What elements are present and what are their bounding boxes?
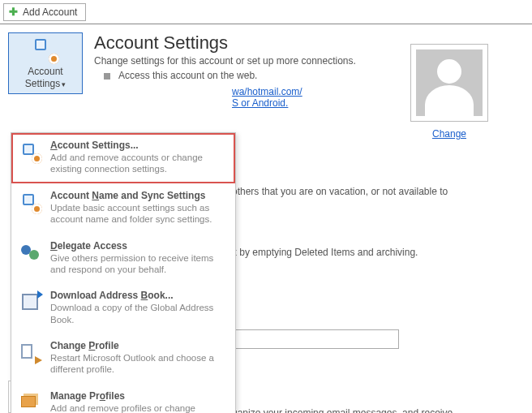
menu-item-title: Change Profile xyxy=(50,340,227,351)
account-settings-dropdown-button[interactable]: Account Settings▾ xyxy=(8,32,83,94)
menu-item-download-address-book[interactable]: Download Address Book... Download a copy… xyxy=(11,283,235,333)
mailbox-size-box xyxy=(232,329,399,349)
rules-text-fragment: ganize your incoming email messages, and… xyxy=(232,407,522,413)
address-book-icon xyxy=(19,291,42,314)
account-settings-menu: Account Settings... Add and remove accou… xyxy=(11,132,236,413)
vacation-text-fragment: others that you are on vacation, or not … xyxy=(232,185,516,199)
change-photo-link[interactable]: Change xyxy=(432,128,466,140)
menu-item-account-settings[interactable]: Account Settings... Add and remove accou… xyxy=(11,133,235,183)
avatar-frame xyxy=(410,44,488,122)
menu-item-title: Download Address Book... xyxy=(50,290,227,301)
name-sync-icon xyxy=(19,191,42,214)
menu-item-title: Manage Profiles xyxy=(50,390,227,402)
topbar: ✚ Add Account xyxy=(0,0,532,24)
menu-item-desc: Give others permission to receive items … xyxy=(50,252,227,276)
menu-item-name-sync[interactable]: Account Name and Sync Settings Update ba… xyxy=(11,183,235,234)
mobile-link[interactable]: S or Android. xyxy=(232,97,288,109)
account-settings-icon xyxy=(32,37,59,64)
account-settings-icon xyxy=(19,141,42,164)
bullet-icon xyxy=(104,73,110,80)
add-account-button[interactable]: ✚ Add Account xyxy=(3,3,86,21)
menu-item-desc: Add and remove profiles or change existi… xyxy=(50,402,227,413)
avatar-placeholder-icon xyxy=(416,49,483,116)
menu-item-desc: Add and remove accounts or change existi… xyxy=(50,152,227,175)
menu-item-delegate-access[interactable]: Delegate Access Give others permission t… xyxy=(11,234,235,284)
menu-item-desc: Update basic account settings such as ac… xyxy=(50,202,227,226)
owa-link[interactable]: wa/hotmail.com/ xyxy=(232,86,302,97)
add-account-label: Add Account xyxy=(23,6,77,18)
chevron-down-icon: ▾ xyxy=(62,80,66,88)
delegate-icon xyxy=(19,242,42,265)
bullet-web-text: Access this account on the web. xyxy=(118,70,257,81)
change-profile-icon xyxy=(19,342,42,364)
menu-item-change-profile[interactable]: Change Profile Restart Microsoft Outlook… xyxy=(11,333,235,384)
mailbox-text-fragment: x by emptying Deleted Items and archivin… xyxy=(232,246,522,260)
menu-item-manage-profiles[interactable]: Manage Profiles Add and remove profiles … xyxy=(11,384,235,413)
menu-item-title: Account Name and Sync Settings xyxy=(50,190,227,201)
menu-item-title: Delegate Access xyxy=(50,240,227,252)
menu-item-desc: Restart Microsoft Outlook and choose a d… xyxy=(50,352,227,376)
manage-profiles-icon xyxy=(19,392,42,413)
avatar-box: Change xyxy=(410,44,488,140)
menu-item-title: Account Settings... xyxy=(50,140,227,151)
ribbon-label-line2: Settings▾ xyxy=(25,78,66,90)
menu-item-desc: Download a copy of the Global Address Bo… xyxy=(50,302,227,325)
plus-icon: ✚ xyxy=(9,6,18,18)
ribbon-label-line1: Account xyxy=(28,66,62,78)
